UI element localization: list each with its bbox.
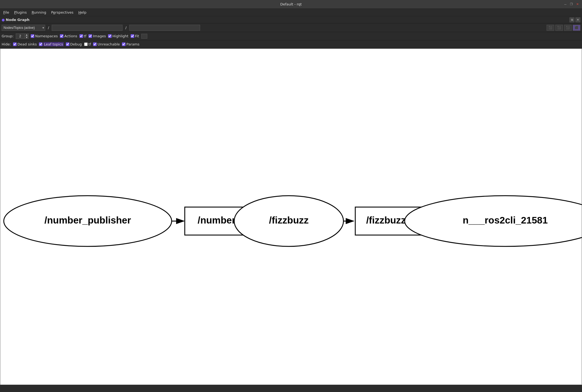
group-label: Group: [2, 34, 14, 38]
panel-icon: ● [2, 18, 5, 22]
namespaces-checkbox[interactable] [31, 34, 34, 38]
actions-label: Actions [64, 34, 77, 38]
tf-hide-checkbox[interactable] [84, 42, 88, 46]
hide-label: Hide: [2, 42, 11, 46]
params-label: Params [126, 42, 139, 46]
namespace-filter-input[interactable] [52, 25, 122, 31]
params-checkbox[interactable] [122, 42, 125, 46]
filter-row: Group: ▲ ▼ Namespaces Actions tf Images [0, 32, 582, 40]
debug-label: Debug [70, 42, 82, 46]
view-btn-4[interactable]: ⬛ [573, 25, 580, 31]
view-controls: ⬛ ⬛ ⬛ ⬛ [547, 25, 580, 31]
graph-svg: /number_publisher /numbers /fizzbuzz /fi… [0, 49, 582, 385]
menu-running[interactable]: Running [29, 10, 48, 15]
window-controls: ─ ❐ ✕ [563, 2, 580, 7]
namespaces-label: Namespaces [35, 34, 58, 38]
node-fizzbuzz-label: /fizzbuzz [269, 215, 308, 225]
images-checkbox[interactable] [88, 34, 92, 38]
leaf-topics-checkbox-item[interactable]: Leaf topics [39, 42, 64, 46]
panel-header: ● Node Graph ⧉ ✕ [0, 16, 582, 23]
spin-arrows: ▲ ▼ [25, 33, 29, 39]
spin-up[interactable]: ▲ [25, 33, 29, 36]
fit-checkbox[interactable] [131, 34, 134, 38]
graph-canvas[interactable]: /number_publisher /numbers /fizzbuzz /fi… [0, 48, 582, 385]
spin-down[interactable]: ▼ [25, 36, 29, 39]
node-filter-combo-wrapper: Nodes/Topics (active) Nodes only Nodes/T… [2, 25, 45, 31]
unreachable-label: Unreachable [97, 42, 120, 46]
restore-button[interactable]: ❐ [569, 2, 574, 7]
leaf-topics-label: Leaf topics [43, 42, 64, 46]
slash-separator-2: / [124, 26, 127, 30]
window-title: Default - rqt [280, 2, 302, 6]
leaf-topics-checkbox[interactable] [39, 42, 42, 46]
menu-file[interactable]: File [1, 10, 11, 15]
menubar: File Plugins Running Perspectives Help [0, 9, 582, 16]
tf-filter-checkbox-item[interactable]: tf [79, 34, 87, 38]
panel-title: Node Graph [6, 18, 29, 22]
group-spin-input[interactable] [16, 33, 24, 39]
slash-separator-1: / [47, 26, 50, 30]
main-content: ● Node Graph ⧉ ✕ Nodes/Topics (active) N… [0, 16, 582, 385]
node-number-publisher-label: /number_publisher [44, 215, 131, 225]
images-checkbox-item[interactable]: Images [88, 34, 106, 38]
view-btn-3[interactable]: ⬛ [564, 25, 572, 31]
panel-float-button[interactable]: ⧉ [569, 17, 574, 22]
tf-filter-checkbox[interactable] [79, 34, 83, 38]
toolbar-row-1: Nodes/Topics (active) Nodes only Nodes/T… [0, 23, 582, 32]
titlebar: Default - rqt ─ ❐ ✕ [0, 0, 582, 9]
dead-sinks-checkbox[interactable] [13, 42, 17, 46]
fit-checkbox-item[interactable]: Fit [131, 34, 139, 38]
tf-hide-label: tf [88, 42, 91, 46]
group-spin-wrapper: ▲ ▼ [16, 33, 29, 39]
params-checkbox-item[interactable]: Params [122, 42, 139, 46]
debug-checkbox-item[interactable]: Debug [66, 42, 82, 46]
highlight-checkbox[interactable] [108, 34, 112, 38]
minimize-button[interactable]: ─ [563, 2, 568, 7]
panel-close-button[interactable]: ✕ [575, 17, 580, 22]
topic-filter-input[interactable] [129, 25, 200, 31]
namespaces-checkbox-item[interactable]: Namespaces [31, 34, 58, 38]
menu-perspectives[interactable]: Perspectives [49, 10, 76, 15]
images-label: Images [93, 34, 106, 38]
unreachable-checkbox-item[interactable]: Unreachable [93, 42, 120, 46]
actions-checkbox-item[interactable]: Actions [60, 34, 77, 38]
unreachable-checkbox[interactable] [93, 42, 97, 46]
dead-sinks-checkbox-item[interactable]: Dead sinks [13, 42, 37, 46]
actions-checkbox[interactable] [60, 34, 63, 38]
highlight-label: Highlight [112, 34, 128, 38]
view-btn-1[interactable]: ⬛ [547, 25, 554, 31]
close-button[interactable]: ✕ [575, 2, 580, 7]
hide-row: Hide: Dead sinks Leaf topics Debug tf Un… [0, 40, 582, 48]
tf-hide-checkbox-item[interactable]: tf [84, 42, 91, 46]
menu-help[interactable]: Help [76, 10, 89, 15]
panel-controls: ⧉ ✕ [569, 17, 580, 22]
menu-plugins[interactable]: Plugins [12, 10, 29, 15]
highlight-checkbox-item[interactable]: Highlight [108, 34, 128, 38]
node-ros2cli-label: n___ros2cli_21581 [463, 215, 548, 225]
fit-label: Fit [135, 34, 139, 38]
view-btn-2[interactable]: ⬛ [555, 25, 563, 31]
node-filter-combo[interactable]: Nodes/Topics (active) Nodes only Nodes/T… [2, 25, 45, 31]
dead-sinks-label: Dead sinks [17, 42, 37, 46]
fit-toggle-box[interactable] [141, 34, 147, 39]
debug-checkbox[interactable] [66, 42, 69, 46]
tf-filter-label: tf [84, 34, 87, 38]
